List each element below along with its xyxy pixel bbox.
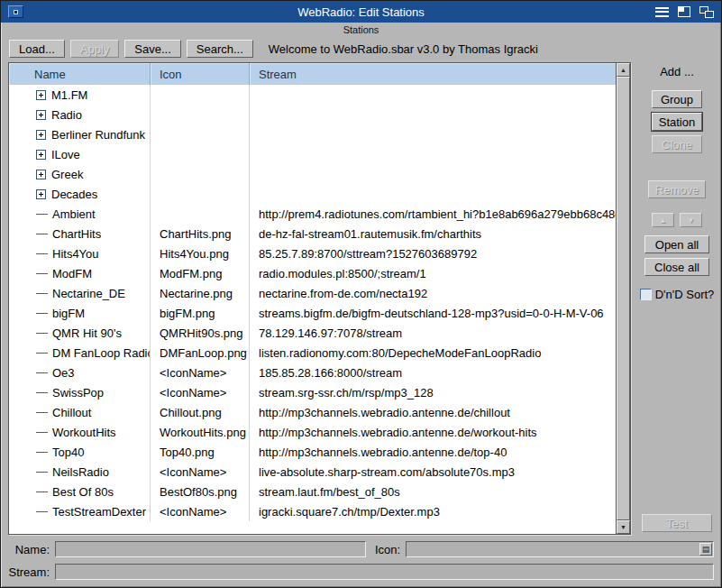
close-icon[interactable] (8, 5, 23, 18)
table-row[interactable]: Oe3 <IconName> 185.85.28.166:8000/stream (9, 363, 616, 382)
table-row[interactable]: Hits4You Hits4You.png 85.25.7.89:8700/st… (9, 243, 616, 263)
station-icon-filename: QMRHit90s.png (160, 326, 242, 340)
station-name: ChartHits (52, 227, 101, 241)
expand-plus-icon[interactable] (36, 189, 46, 199)
tab-strip: Stations (1, 23, 721, 37)
station-stream-cell: http://mp3channels.webradio.antenne.de/t… (250, 442, 616, 462)
checkbox-icon[interactable] (640, 289, 652, 300)
station-name-cell: Top40 (9, 442, 151, 462)
table-row[interactable]: Best Of 80s BestOf80s.png stream.laut.fm… (9, 482, 616, 501)
save-button[interactable]: Save... (124, 40, 180, 58)
station-icon-cell: WorkoutHits.png (151, 422, 250, 442)
station-stream-cell: 185.85.28.166:8000/stream (250, 363, 616, 382)
station-stream-cell: http://prem4.radiotunes.com/rtambient_hi… (250, 204, 616, 224)
station-stream-cell: 78.129.146.97:7078/stream (250, 323, 616, 343)
icon-popup-icon[interactable]: ▤ (699, 543, 712, 556)
vertical-scrollbar[interactable]: ▲ ▼ (616, 63, 630, 534)
station-stream-url: stream.laut.fm/best_of_80s (259, 485, 400, 499)
table-row[interactable]: WorkoutHits WorkoutHits.png http://mp3ch… (9, 422, 616, 442)
dnd-sort-checkbox[interactable]: D'n'D Sort? (640, 288, 715, 301)
stream-input[interactable] (55, 564, 714, 580)
table-row[interactable]: DM FanLoop Radio DMFanLoop.png listen.ra… (9, 343, 616, 363)
name-input[interactable] (55, 541, 366, 557)
table-row[interactable]: Greek (9, 164, 616, 184)
table-row[interactable]: NeilsRadio <IconName> live-absolute.shar… (9, 462, 616, 482)
table-row[interactable]: bigFM bigFM.png streams.bigfm.de/bigfm-d… (9, 303, 616, 323)
station-stream-url: 185.85.28.166:8000/stream (259, 366, 402, 380)
table-row[interactable]: Chillout Chillout.png http://mp3channels… (9, 402, 616, 422)
tree-connector (36, 372, 48, 373)
station-name-cell: Best Of 80s (9, 482, 151, 501)
icon-input[interactable] (406, 541, 714, 557)
stations-listview: Name Icon Stream M1.FM (8, 62, 631, 535)
stations-table: Name Icon Stream M1.FM (9, 63, 616, 534)
close-all-button[interactable]: Close all (644, 258, 709, 276)
expand-plus-icon[interactable] (36, 110, 46, 120)
add-station-button[interactable]: Station (652, 113, 702, 131)
titlebar[interactable]: WebRadio: Edit Stations (1, 1, 721, 23)
edit-form: Name: Icon: ▤ Stream: (1, 537, 721, 587)
table-row[interactable]: TestStreamDexter <IconName> igracki.squa… (9, 501, 616, 521)
tree-connector (36, 273, 48, 274)
table-row[interactable]: SwissPop <IconName> stream.srg-ssr.ch/m/… (9, 382, 616, 402)
depth-icon[interactable] (699, 6, 714, 18)
station-icon-cell: BestOf80s.png (151, 482, 250, 501)
scrollbar-thumb[interactable] (617, 77, 630, 520)
station-stream-cell (250, 85, 616, 105)
clone-button: Clone (652, 135, 702, 153)
tree-connector (36, 214, 48, 215)
station-icon-filename: ModFM.png (160, 267, 222, 280)
add-group-button[interactable]: Group (652, 90, 702, 108)
station-name-cell: Ambient (9, 204, 151, 224)
expand-plus-icon[interactable] (36, 90, 46, 100)
tab-stations[interactable]: Stations (343, 24, 379, 35)
zoom-icon[interactable] (678, 6, 690, 17)
station-name: Greek (51, 168, 83, 181)
station-name: NeilsRadio (52, 465, 109, 479)
station-name: ILove (51, 148, 80, 161)
station-icon-cell (151, 164, 250, 184)
load-button[interactable]: Load... (9, 40, 65, 58)
toolbar: Load... Apply Save... Search... Welcome … (1, 37, 721, 60)
station-name-cell: ILove (9, 144, 151, 164)
table-row[interactable]: QMR Hit 90's QMRHit90s.png 78.129.146.97… (9, 323, 616, 343)
table-row[interactable]: Top40 Top40.png http://mp3channels.webra… (9, 442, 616, 462)
station-stream-cell: stream.laut.fm/best_of_80s (250, 482, 616, 501)
scrollbar-track[interactable] (617, 77, 630, 520)
menu-icon[interactable] (655, 7, 669, 17)
station-stream-cell: 85.25.7.89:8700/sttream?1527603689792 (250, 243, 616, 263)
station-icon-cell: QMRHit90s.png (151, 323, 250, 343)
station-stream-url: radio.modules.pl:8500/;stream/1 (259, 267, 426, 280)
scroll-up-icon[interactable]: ▲ (617, 63, 630, 77)
tree-connector (36, 472, 48, 473)
welcome-text: Welcome to WebRadio.sbar v3.0 by Thomas … (269, 42, 538, 56)
station-icon-cell (151, 204, 250, 224)
table-row[interactable]: M1.FM (9, 85, 616, 105)
table-row[interactable]: Ambient http://prem4.radiotunes.com/rtam… (9, 204, 616, 224)
table-row[interactable]: ILove (9, 144, 616, 164)
expand-plus-icon[interactable] (36, 150, 46, 160)
station-name-cell: Radio (9, 105, 151, 124)
station-name-cell: TestStreamDexter (9, 501, 151, 521)
expand-plus-icon[interactable] (36, 130, 46, 140)
station-icon-cell: <IconName> (151, 363, 250, 382)
test-button: Test (642, 514, 712, 532)
search-button[interactable]: Search... (187, 40, 253, 58)
table-row[interactable]: Berliner Rundfunk (9, 124, 616, 144)
scroll-down-icon[interactable]: ▼ (617, 520, 630, 534)
table-row[interactable]: ModFM ModFM.png radio.modules.pl:8500/;s… (9, 263, 616, 283)
station-stream-url: http://mp3channels.webradio.antenne.de/w… (259, 426, 537, 439)
table-row[interactable]: Radio (9, 105, 616, 124)
station-name-cell: Berliner Rundfunk (9, 124, 151, 144)
table-row[interactable]: Decades (9, 184, 616, 204)
table-row[interactable]: ChartHits ChartHits.png de-hz-fal-stream… (9, 224, 616, 243)
expand-plus-icon[interactable] (36, 170, 46, 179)
station-name-cell: Oe3 (9, 363, 151, 382)
station-icon-cell (151, 184, 250, 204)
station-name-cell: WorkoutHits (9, 422, 151, 442)
table-row[interactable]: Nectarine_DE Nectarine.png nectarine.fro… (9, 283, 616, 303)
tree-connector (36, 511, 48, 512)
station-stream-cell: listen.radionomy.com:80/DepecheModeFanLo… (250, 343, 616, 363)
station-name: Nectarine_DE (52, 287, 125, 300)
open-all-button[interactable]: Open all (644, 235, 709, 253)
